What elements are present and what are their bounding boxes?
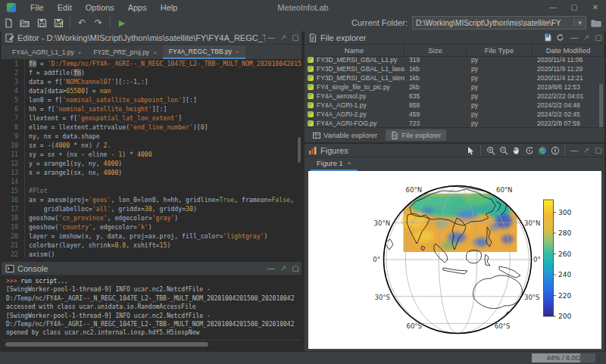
close-icon[interactable]: × — [348, 160, 351, 166]
console-line: [SwingWorker-pool-1-thread-9] INFO ucar.… — [6, 312, 301, 320]
window-minimize-button[interactable]: — — [542, 3, 564, 11]
console-maximize-button[interactable]: ▢ — [289, 264, 301, 272]
globe-icon — [538, 146, 547, 155]
file-explorer-title: File explorer — [320, 33, 367, 42]
close-icon[interactable]: × — [236, 48, 239, 55]
undo-button[interactable]: ↶ — [73, 16, 90, 30]
python-file-icon — [308, 102, 314, 108]
refresh-button[interactable] — [556, 33, 568, 42]
figure-plot-area[interactable]: 60°N 60°N 30°N 30°N 0° 0° 30°S 30°S 60°S… — [308, 171, 601, 349]
table-row[interactable]: FY3D_MERSI_GBAL_L1.py319py2020/11/4 11:0… — [305, 55, 597, 64]
code-line: 19geoshow('country', edgecolor='k') — [2, 222, 301, 232]
zoom-out-tool-button[interactable] — [497, 145, 510, 156]
zoom-in-tool-button[interactable] — [484, 145, 497, 156]
tab-file-explorer[interactable]: File explorer — [386, 129, 446, 141]
window-close-button[interactable]: ✕ — [585, 3, 606, 11]
table-row[interactable]: FY4A_AGRI-2.py459py2024/2/2 02:45 — [305, 110, 597, 119]
svg-text:60°N: 60°N — [496, 186, 512, 194]
console-panel: Console — ↗ ▢ >>> run script...[SwingWor… — [2, 262, 301, 348]
titlebar: File Edit Options Apps Help MeteoInfoLab… — [0, 0, 606, 14]
window-maximize-button[interactable]: ▢ — [564, 3, 585, 11]
new-document-button[interactable] — [544, 33, 556, 42]
file-explorer-header: File explorer — ↗ ▢ — [305, 31, 604, 45]
rotate-icon — [525, 146, 534, 155]
redo-button[interactable]: ↷ — [90, 16, 107, 30]
editor-float-button[interactable]: ↗ — [277, 33, 289, 42]
table-row[interactable]: FY3D_MERSI_GBAL_L1_laea.py1kbpy2020/11/9… — [305, 64, 597, 73]
pan-tool-button[interactable] — [510, 145, 523, 156]
file-explorer-float-button[interactable]: ↗ — [580, 33, 592, 42]
console-icon — [5, 264, 14, 273]
run-script-button[interactable]: ▶ — [114, 16, 130, 30]
console-float-button[interactable]: ↗ — [277, 264, 289, 272]
new-file-button[interactable] — [0, 16, 17, 30]
menu-options[interactable]: Options — [79, 3, 121, 12]
close-icon[interactable]: × — [78, 49, 82, 56]
rotate-tool-button[interactable] — [523, 145, 536, 156]
file-explorer-minimize-button[interactable]: — — [568, 33, 580, 42]
explorer-bottom-tabs: Variable explorer File explorer — [305, 127, 604, 142]
tab-variable-explorer[interactable]: Variable explorer — [308, 129, 383, 141]
file-list: FY3D_MERSI_GBAL_L1.py319py2020/11/4 11:0… — [305, 55, 597, 127]
table-row[interactable]: FY4A_AGRI-FOG.py723py2022/2/8 07:59 — [305, 119, 597, 127]
browse-folder-button[interactable] — [588, 16, 604, 30]
editor-tab[interactable]: FY4A_AGRI_L1_1.py× — [6, 45, 87, 59]
file-explorer-maximize-button[interactable]: ▢ — [592, 33, 604, 42]
figures-minimize-button[interactable]: — — [568, 146, 580, 154]
console-output[interactable]: >>> run script...[SwingWorker-pool-1-thr… — [2, 275, 301, 341]
scrollbar-thumb[interactable] — [5, 342, 208, 347]
console-horizontal-scrollbar[interactable] — [2, 340, 301, 348]
svg-text:300: 300 — [558, 209, 571, 216]
figures-float-button[interactable]: ↗ — [580, 146, 592, 154]
code-line: 14 — [2, 177, 301, 186]
editor-vertical-scrollbar[interactable] — [298, 137, 301, 163]
svg-text:200: 200 — [558, 313, 571, 320]
globe-tool-button[interactable] — [536, 145, 548, 156]
table-row[interactable]: FY4A_aerosol.py635py2022/2/22 04:01 — [305, 92, 597, 101]
menu-apps[interactable]: Apps — [121, 3, 154, 12]
figures-panel: Figures — [305, 144, 604, 351]
editor-tab[interactable]: FY4A_REGC_TBB.py× — [163, 45, 245, 59]
code-line: 7llextent = f['geospatial_lat_lon_extent… — [2, 114, 301, 123]
column-header-modified[interactable]: Date Modified — [533, 45, 604, 56]
table-row[interactable]: FY4_single_file_to_pic.py2kbpy2019/8/6 1… — [305, 82, 597, 92]
save-icon — [37, 18, 47, 28]
svg-text:60°S: 60°S — [495, 322, 510, 330]
figures-maximize-button[interactable]: ▢ — [592, 146, 604, 154]
main-toolbar: ↶ ↷ ▶ Current Folder: D:\Working\MIScrip… — [0, 14, 606, 32]
table-row[interactable]: FY3D_MERSI_GBAL_L1_stere.py1kbpy2020/11/… — [305, 73, 597, 82]
file-list-scrollbar[interactable] — [599, 84, 603, 128]
current-folder-combobox[interactable]: D:\Working\MIScript\Jython\mis\satellite… — [412, 16, 586, 30]
memory-indicator[interactable]: 44% / 8.0G — [532, 353, 595, 362]
python-file-icon — [308, 93, 314, 99]
chevron-down-icon[interactable]: ▾ — [573, 19, 586, 26]
code-editor-area[interactable]: 1fn = 'D:/Temp/nc/FY4A-_AGRI--_N_REGC_10… — [2, 59, 301, 259]
save-as-button[interactable] — [50, 16, 67, 30]
current-folder-label: Current Folder: — [351, 18, 408, 27]
memory-usage-text: 44% / 8.0G — [532, 353, 595, 362]
save-button[interactable] — [33, 16, 50, 30]
column-header-type[interactable]: File Type — [467, 45, 533, 56]
tab-figure-1[interactable]: Figure 1 × — [311, 157, 358, 171]
app-logo-icon — [7, 3, 16, 12]
editor-maximize-button[interactable]: ▢ — [289, 33, 301, 42]
identify-tool-button[interactable] — [548, 145, 561, 156]
menu-file[interactable]: File — [23, 3, 51, 12]
editor-minimize-button[interactable]: — — [265, 33, 277, 42]
svg-text:280: 280 — [558, 229, 571, 237]
editor-tab[interactable]: FY2E_PRE_proj.py× — [87, 45, 162, 59]
code-line: 12y = arange1(sy, ny, 4000) — [2, 159, 301, 168]
menu-edit[interactable]: Edit — [51, 3, 79, 12]
open-file-button[interactable] — [17, 16, 33, 30]
code-line: 22axism() — [2, 250, 301, 259]
table-row[interactable]: FY4A_AGRI-1.py858py2024/2/2 04:48 — [305, 101, 597, 110]
svg-text:60°N: 60°N — [406, 186, 422, 194]
variable-explorer-icon — [313, 132, 320, 139]
pointer-tool-button[interactable] — [464, 145, 477, 156]
console-minimize-button[interactable]: — — [265, 264, 277, 272]
close-icon[interactable]: × — [153, 49, 157, 56]
code-line: 17 gridlabelloc='all', griddx=30, griddy… — [2, 204, 301, 213]
menu-help[interactable]: Help — [154, 3, 185, 12]
column-header-size[interactable]: Size — [405, 45, 467, 56]
column-header-name[interactable]: Name — [305, 45, 405, 56]
